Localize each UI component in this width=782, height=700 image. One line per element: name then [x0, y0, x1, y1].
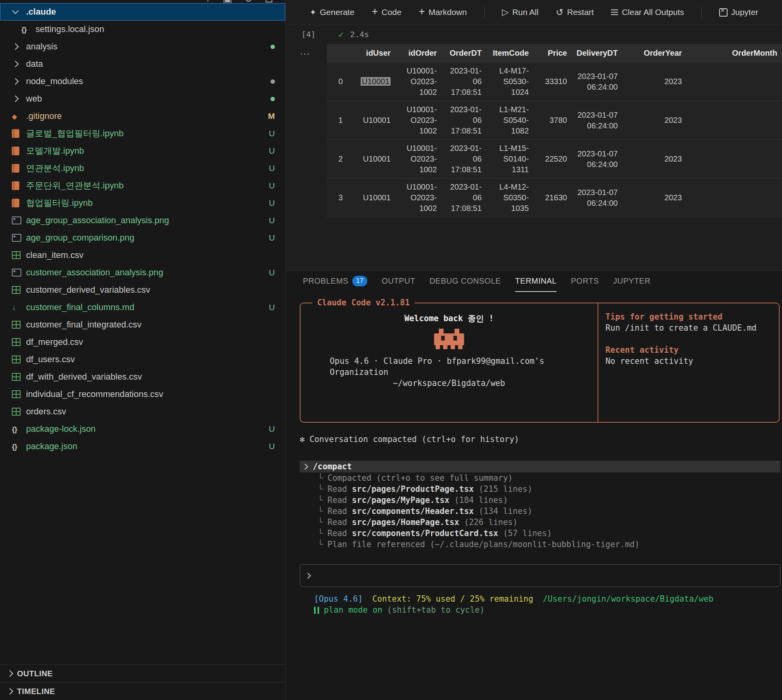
tips-text: Run /init to create a CLAUDE.md: [605, 322, 779, 333]
run-all-button[interactable]: Run All: [502, 7, 538, 17]
file-item-csv[interactable]: customer_derived_variables.csv: [0, 281, 285, 299]
notebook-icon: [12, 147, 19, 155]
csv-icon: [12, 286, 21, 294]
working-directory: ~/workspace/Bigdata/web: [301, 378, 598, 389]
file-item-csv[interactable]: df_merged.csv: [0, 333, 285, 351]
problems-count-badge: 17: [352, 276, 367, 286]
terminal-input-box[interactable]: [300, 564, 780, 587]
dataframe-table: idUser idOrder OrderDT ItemCode Price De…: [327, 44, 782, 217]
file-item-notebook[interactable]: 협업필터링.ipynb U: [0, 194, 285, 212]
file-item-csv[interactable]: customer_final_integrated.csv: [0, 316, 285, 333]
claude-code-version: Claude Code v2.1.81: [312, 297, 415, 308]
file-item-image[interactable]: age_group_association_analysis.png U: [0, 212, 285, 229]
file-item-csv[interactable]: df_with_derived_variables.csv: [0, 368, 285, 386]
tab-terminal[interactable]: TERMINAL: [515, 271, 556, 292]
file-item-notebook[interactable]: 주문단위_연관분석.ipynb U: [0, 177, 285, 194]
recent-activity-heading: Recent activity: [605, 344, 779, 356]
csv-icon: [12, 373, 21, 381]
csv-icon: [12, 321, 21, 329]
file-item-notebook[interactable]: 글로벌_협업필터링.ipynb U: [0, 125, 285, 142]
table-row: 1 U10001 U10001-O2023-1002 2023-01-06 17…: [327, 101, 782, 140]
file-item-package-json[interactable]: package.json U: [0, 438, 285, 455]
file-item-notebook[interactable]: 연관분석.ipynb U: [0, 160, 285, 177]
command-result-line: └Read src/components/Header.tsx (134 lin…: [300, 506, 782, 517]
notebook-icon: [12, 164, 19, 173]
cell-output: ⋯ idUser idOrder OrderDT ItemCode Price …: [286, 44, 782, 271]
folder-item-web[interactable]: web: [0, 90, 285, 107]
file-item-image[interactable]: age_group_comparison.png U: [0, 229, 285, 247]
add-markdown-cell-button[interactable]: Markdown: [419, 8, 467, 17]
file-item-image[interactable]: customer_association_analysis.png U: [0, 264, 285, 281]
command-result-line: └Read src/pages/MyPage.tsx (184 lines): [300, 495, 782, 506]
table-row: 3 U10001 U10001-O2023-1002 2023-01-06 17…: [327, 179, 782, 217]
chevron-right-icon: [7, 688, 13, 695]
json-icon: [21, 24, 26, 34]
modified-dot: [271, 97, 275, 101]
image-icon: [12, 234, 21, 242]
more-actions-icon[interactable]: ⋯: [300, 48, 311, 60]
plus-icon: [372, 8, 378, 17]
model-label: [Opus 4.6]: [314, 594, 363, 604]
table-row: 0 U10001 U10001-O2023-1002 2023-01-06 17…: [327, 62, 782, 101]
csv-icon: [12, 356, 21, 363]
folder-item-claude[interactable]: .claude: [0, 3, 285, 21]
csv-icon: [12, 390, 21, 398]
file-item-csv[interactable]: df_users.csv: [0, 351, 285, 368]
modified-dot: [271, 79, 275, 84]
cell-status-bar: [4] ✓ 2.4s: [286, 25, 782, 44]
tab-output[interactable]: OUTPUT: [382, 271, 415, 292]
selected-cell-value[interactable]: U10001: [361, 77, 391, 86]
account-info: Opus 4.6 · Claude Pro · bfpark99@gmail.c…: [301, 356, 567, 378]
tab-jupyter[interactable]: JUPYTER: [613, 271, 651, 292]
command-result-line: └Read src/pages/ProductPage.tsx (215 lin…: [300, 484, 782, 495]
add-code-cell-button[interactable]: Code: [372, 8, 401, 17]
file-item-csv[interactable]: orders.csv: [0, 403, 285, 420]
git-icon: [12, 111, 17, 121]
chevron-right-icon: [12, 78, 19, 85]
file-item-notebook[interactable]: 모델개발.ipynb U: [0, 142, 285, 160]
file-item-csv[interactable]: clean_item.csv: [0, 247, 285, 264]
csv-icon: [12, 338, 21, 346]
generate-button[interactable]: Generate: [310, 8, 354, 17]
jupyter-variables-button[interactable]: Jupyter: [719, 8, 758, 17]
recent-activity-text: No recent activity: [605, 356, 779, 367]
command-text: /compact: [313, 461, 352, 472]
toolbar-separator: [701, 7, 702, 18]
success-check-icon: ✓: [338, 30, 344, 40]
folder-item-analysis[interactable]: analysis: [0, 38, 285, 55]
context-usage: Context: 75% used / 25% remaining: [372, 594, 533, 604]
plus-icon: [419, 8, 425, 17]
tab-ports[interactable]: PORTS: [571, 271, 599, 292]
csv-icon: [12, 251, 21, 259]
image-icon: [12, 216, 21, 224]
command-result-line: └Plan file referenced (~/.claude/plans/m…: [300, 539, 782, 550]
file-item-settings[interactable]: settings.local.json: [0, 21, 285, 38]
clear-all-outputs-button[interactable]: Clear All Outputs: [611, 8, 684, 17]
panel-tab-bar: PROBLEMS 17 OUTPUT DEBUG CONSOLE TERMINA…: [286, 271, 782, 292]
variables-icon: [719, 8, 727, 17]
terminal-status-line: [Opus 4.6] Context: 75% used / 25% remai…: [300, 593, 782, 604]
welcome-message: Welcome back 종인 !: [301, 313, 598, 324]
folder-item-data[interactable]: data: [0, 55, 285, 73]
sparkle-icon: [310, 8, 316, 17]
csv-icon: [12, 408, 21, 416]
file-item-gitignore[interactable]: .gitignore M: [0, 107, 285, 125]
file-item-package-lock[interactable]: package-lock.json U: [0, 420, 285, 438]
chevron-right-icon: [7, 670, 13, 677]
tips-heading: Tips for getting started: [605, 311, 779, 322]
file-item-csv[interactable]: individual_cf_recommendations.csv: [0, 386, 285, 403]
pause-icon: [314, 607, 319, 614]
cell-duration: 2.4s: [350, 30, 369, 39]
tab-debug-console[interactable]: DEBUG CONSOLE: [429, 271, 501, 292]
terminal-view[interactable]: Claude Code v2.1.81 Welcome back 종인 !: [286, 292, 782, 700]
outline-section[interactable]: OUTLINE: [0, 664, 285, 682]
explorer-sidebar: + ▣ ↺ ⊟ .claude settings.local.json anal…: [0, 0, 286, 700]
tab-problems[interactable]: PROBLEMS 17: [303, 271, 367, 292]
timeline-section[interactable]: TIMELINE: [0, 682, 285, 700]
notebook-icon: [12, 181, 19, 190]
folder-item-node-modules[interactable]: node_modules: [0, 73, 285, 90]
restart-button[interactable]: Restart: [556, 7, 594, 18]
claude-mascot-icon: [432, 329, 466, 352]
notebook-toolbar: Generate Code Markdown Run All Restart C…: [286, 0, 782, 25]
file-item-markdown[interactable]: customer_final_columns.md U: [0, 299, 285, 316]
